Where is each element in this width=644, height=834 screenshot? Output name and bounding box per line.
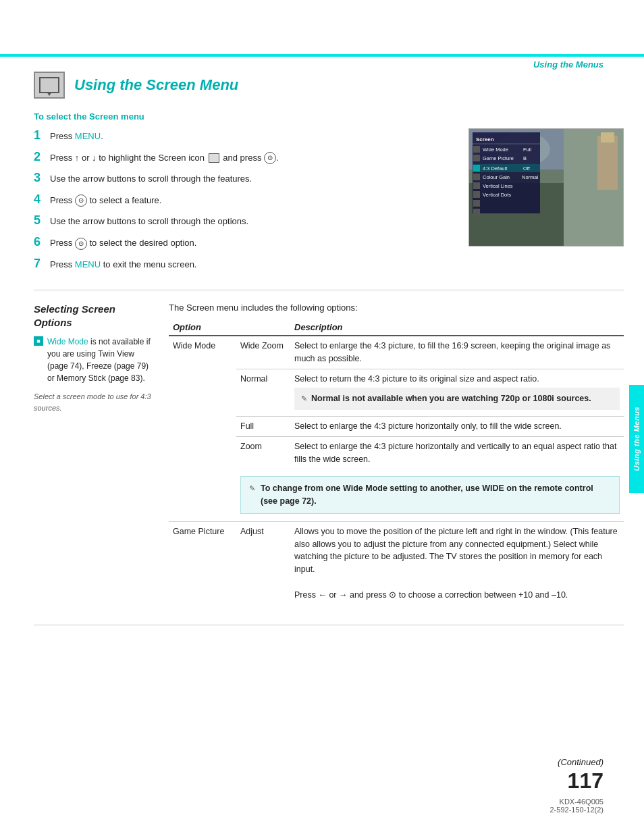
- page-number: 117: [558, 768, 603, 793]
- steps-list: 1 Press MENU. 2 Press ↑ or ↓ to highligh…: [34, 128, 455, 278]
- enter-circle-icon-2: ⊙: [264, 152, 276, 164]
- svg-text:Full: Full: [523, 147, 531, 153]
- options-table-area: The Screen menu includes the following o…: [169, 303, 624, 604]
- step-2-text: Press ↑ or ↓ to highlight the Screen ico…: [50, 150, 279, 165]
- enter-circle-icon-6: ⊙: [75, 238, 87, 250]
- sidebar-italic-text: Select a screen mode to use for 4:3 sour…: [34, 391, 155, 413]
- left-sidebar: Selecting Screen Options ■ Wide Mode is …: [34, 303, 155, 604]
- svg-rect-7: [473, 132, 540, 213]
- header-section-label: Using the Menus: [533, 59, 603, 70]
- step-7-text: Press MENU to exit the menu screen.: [50, 257, 196, 271]
- screenshot-svg: Screen Wide Mode Full Game Picture B 4:3: [469, 129, 624, 246]
- desc-wide-zoom: Select to enlarge the 4:3 picture, to fi…: [290, 336, 624, 369]
- svg-text:Normal: Normal: [522, 174, 539, 180]
- svg-text:Game Picture: Game Picture: [483, 155, 514, 161]
- svg-rect-28: [473, 209, 480, 215]
- model-2: 2-592-150-12(2): [550, 806, 604, 814]
- section-tab: Using the Menus: [629, 385, 644, 493]
- steps-area: 1 Press MENU. 2 Press ↑ or ↓ to highligh…: [34, 128, 624, 278]
- step-1-text: Press MENU.: [50, 128, 103, 143]
- wide-note-box: ✎ To change from one Wide Mode setting t…: [240, 476, 620, 514]
- menu-link-1: MENU: [75, 131, 101, 141]
- wide-note-icon: ✎: [249, 483, 255, 494]
- step-7-number: 7: [34, 257, 47, 271]
- step-6: 6 Press ⊙ to select the desired option.: [34, 235, 455, 250]
- options-table: Option Description Wide Mode Wide Zoom S…: [169, 319, 624, 604]
- svg-rect-3: [597, 136, 618, 190]
- step-5-text: Use the arrow buttons to scroll through …: [50, 213, 248, 228]
- svg-text:Wide Mode: Wide Mode: [483, 147, 508, 153]
- svg-rect-13: [473, 155, 480, 161]
- screen-menu-icon: [34, 72, 65, 99]
- svg-text:Vertical Dots: Vertical Dots: [483, 192, 511, 198]
- table-row-full: Full Select to enlarge the 4:3 picture h…: [169, 417, 624, 437]
- table-row-normal: Normal Select to return the 4:3 picture …: [169, 369, 624, 417]
- svg-text:Off: Off: [523, 165, 531, 172]
- sidebar-note-text: Wide Mode is not available if you are us…: [47, 336, 155, 384]
- to-select-label: To select the Screen menu: [34, 111, 624, 122]
- intro-text: The Screen menu includes the following o…: [169, 303, 624, 313]
- sidebar-note: ■ Wide Mode is not available if you are …: [34, 336, 155, 384]
- svg-rect-4: [601, 132, 614, 142]
- svg-rect-23: [473, 182, 480, 189]
- step-4-number: 4: [34, 192, 47, 207]
- col-option-header: Option: [169, 319, 236, 336]
- svg-text:Colour Gain: Colour Gain: [483, 174, 510, 180]
- wide-note-text: To change from one Wide Mode setting to …: [261, 482, 611, 508]
- normal-note-box: ✎ Normal is not available when you are w…: [294, 388, 620, 410]
- svg-rect-17: [473, 165, 480, 172]
- table-row-wide-note: ✎ To change from one Wide Mode setting t…: [169, 469, 624, 521]
- desc-normal: Select to return the 4:3 picture to its …: [290, 369, 624, 417]
- step-4-text: Press ⊙ to select a feature.: [50, 192, 161, 207]
- bottom-area: (Continued) 117: [558, 757, 603, 793]
- icon-inner: [39, 77, 59, 93]
- step-6-text: Press ⊙ to select the desired option.: [50, 235, 196, 250]
- col-desc-header: Description: [290, 319, 624, 336]
- option-game-picture: Game Picture: [169, 521, 236, 604]
- section-divider-2: [34, 625, 624, 625]
- page-title: Using the Screen Menu: [74, 76, 238, 94]
- svg-text:Screen: Screen: [476, 136, 494, 142]
- step-3: 3 Use the arrow buttons to scroll throug…: [34, 171, 455, 186]
- title-area: Using the Screen Menu: [34, 72, 238, 99]
- sub-option-adjust: Adjust: [236, 521, 290, 604]
- page-container: Using the Menus Using the Menus Using th…: [0, 0, 644, 834]
- enter-circle-icon-game: ⊙: [389, 590, 396, 600]
- step-2-number: 2: [34, 150, 47, 165]
- desc-full: Select to enlarge the 4:3 picture horizo…: [290, 417, 624, 437]
- top-decorative-line: [0, 54, 644, 57]
- sub-option-zoom: Zoom: [236, 436, 290, 469]
- section-divider-1: [34, 290, 624, 290]
- svg-rect-10: [473, 146, 480, 153]
- step-5: 5 Use the arrow buttons to scroll throug…: [34, 213, 455, 228]
- sub-option-wide-zoom: Wide Zoom: [236, 336, 290, 369]
- svg-rect-27: [473, 200, 480, 207]
- sidebar-section-title: Selecting Screen Options: [34, 303, 155, 329]
- menu-link-7: MENU: [75, 259, 101, 269]
- main-content: To select the Screen menu 1 Press MENU. …: [34, 111, 624, 637]
- model-1: KDX-46Q005: [550, 798, 604, 806]
- screenshot-image: Screen Wide Mode Full Game Picture B 4:3: [468, 128, 624, 246]
- note-icon: ✎: [301, 393, 307, 405]
- svg-text:B: B: [523, 155, 527, 161]
- wide-mode-link: Wide Mode: [47, 337, 88, 346]
- svg-rect-25: [473, 191, 480, 198]
- sub-option-full: Full: [236, 417, 290, 437]
- step-7: 7 Press MENU to exit the menu screen.: [34, 257, 455, 271]
- table-row-wide-mode: Wide Mode Wide Zoom Select to enlarge th…: [169, 336, 624, 369]
- option-wide-mode: Wide Mode: [169, 336, 236, 521]
- svg-text:4:3 Default: 4:3 Default: [483, 165, 508, 172]
- desc-zoom: Select to enlarge the 4:3 picture horizo…: [290, 436, 624, 469]
- wide-note-cell: ✎ To change from one Wide Mode setting t…: [236, 469, 624, 521]
- two-col-section: Selecting Screen Options ■ Wide Mode is …: [34, 303, 624, 604]
- table-row-game-picture: Game Picture Adjust Allows you to move t…: [169, 521, 624, 604]
- step-1-number: 1: [34, 128, 47, 143]
- table-row-zoom: Zoom Select to enlarge the 4:3 picture h…: [169, 436, 624, 469]
- step-2: 2 Press ↑ or ↓ to highlight the Screen i…: [34, 150, 455, 165]
- sidebar-note-icon: ■: [34, 336, 43, 346]
- enter-circle-icon-4: ⊙: [75, 194, 87, 207]
- step-3-text: Use the arrow buttons to scroll through …: [50, 171, 252, 186]
- step-3-number: 3: [34, 171, 47, 186]
- model-info: KDX-46Q005 2-592-150-12(2): [550, 798, 604, 814]
- col-sub-header: [236, 319, 290, 336]
